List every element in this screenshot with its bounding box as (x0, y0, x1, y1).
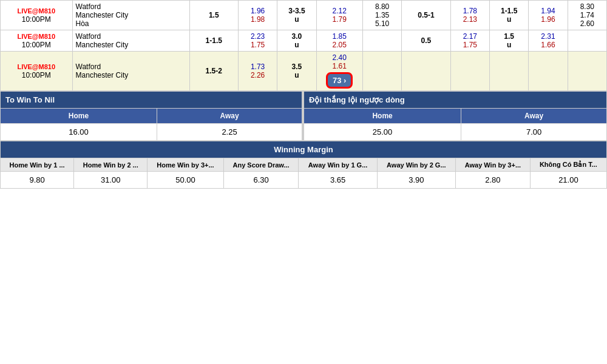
badge-73[interactable]: 73 › (326, 72, 353, 89)
odds1[interactable]: 1.961.98 (238, 1, 277, 30)
right-odds[interactable] (568, 52, 606, 91)
wm-col-header: Away Win by 2 G... (377, 158, 455, 172)
comeback-section: Đội thắng lội ngược dòng Home Away 25.00… (304, 91, 607, 141)
ou1[interactable]: 3-3.5u (277, 1, 316, 30)
live-tag: LIVE@M810 (17, 7, 55, 15)
hdp1[interactable]: 1.5-2 (189, 52, 238, 91)
time-tag: 10:00PM (22, 15, 51, 24)
hdp2[interactable]: 0.5-1 (402, 1, 450, 30)
hdp1[interactable]: 1-1.5 (189, 30, 238, 52)
team-names: WatfordManchester City (72, 52, 189, 91)
ou-odds2[interactable] (529, 52, 568, 91)
comeback-away-value[interactable]: 7.00 (461, 124, 607, 141)
odds-row: LIVE@M81010:00PMWatfordManchester City1.… (1, 52, 607, 91)
live-tag: LIVE@M810 (17, 33, 55, 40)
wm-value-cell[interactable]: 9.80 (1, 172, 74, 189)
wm-value-cell[interactable]: 31.00 (74, 172, 148, 189)
team-names: WatfordManchester City (72, 30, 189, 52)
winning-margin-table: Winning Margin Home Win by 1 ...Home Win… (0, 141, 607, 189)
odds2[interactable]: 1.782.13 (450, 1, 489, 30)
winning-margin-header: Winning Margin (1, 141, 607, 158)
odds-row: LIVE@M81010:00PMWatfordManchester CityHò… (1, 1, 607, 30)
wm-value-cell[interactable]: 21.00 (530, 172, 606, 189)
ou-odds1[interactable]: 2.401.6173 › (316, 52, 362, 91)
odds1[interactable]: 1.732.26 (238, 52, 277, 91)
odds-table: LIVE@M81010:00PMWatfordManchester CityHò… (0, 0, 607, 91)
right-odds[interactable]: 8.301.742.60 (568, 1, 606, 30)
to-win-nil-header: To Win To Nil (1, 92, 302, 109)
side-odds[interactable] (362, 52, 401, 91)
to-win-nil-away-value[interactable]: 2.25 (157, 124, 302, 141)
odds2[interactable] (450, 52, 489, 91)
right-odds[interactable] (568, 30, 606, 52)
hdp1[interactable]: 1.5 (189, 1, 238, 30)
wm-col-header: Không Có Bản T... (530, 158, 606, 172)
time-tag: 10:00PM (22, 41, 51, 49)
odds-row: LIVE@M81010:00PMWatfordManchester City1-… (1, 30, 607, 52)
hdp2[interactable] (402, 52, 450, 91)
team-names: WatfordManchester CityHòa (72, 1, 189, 30)
wm-col-header: Home Win by 2 ... (74, 158, 148, 172)
to-win-nil-home-value[interactable]: 16.00 (1, 124, 157, 141)
time-tag: 10:00PM (22, 71, 51, 79)
wm-col-header: Away Win by 1 G... (299, 158, 377, 172)
wm-value-cell[interactable]: 3.90 (377, 172, 455, 189)
odds1[interactable]: 2.231.75 (238, 30, 277, 52)
ou1[interactable]: 3.0u (277, 30, 316, 52)
comeback-home-col: Home (304, 109, 461, 124)
side-odds[interactable] (362, 30, 401, 52)
ou2[interactable] (489, 52, 528, 91)
ou-odds2[interactable]: 2.311.66 (529, 30, 568, 52)
comeback-away-col: Away (461, 109, 607, 124)
ou-odds2[interactable]: 1.941.96 (529, 1, 568, 30)
twin-sections: To Win To Nil Home Away 16.00 2.25 Đội t… (0, 91, 607, 141)
wm-value-cell[interactable]: 6.30 (223, 172, 299, 189)
wm-value-cell[interactable]: 2.80 (455, 172, 530, 189)
side-odds[interactable]: 8.801.355.10 (362, 1, 401, 30)
wm-col-header: Home Win by 3+... (148, 158, 223, 172)
wm-value-cell[interactable]: 3.65 (299, 172, 377, 189)
wm-col-header: Any Score Draw... (223, 158, 299, 172)
to-win-to-nil-section: To Win To Nil Home Away 16.00 2.25 (0, 91, 304, 141)
wm-col-header: Home Win by 1 ... (1, 158, 74, 172)
ou2[interactable]: 1.5u (489, 30, 528, 52)
odds2[interactable]: 2.171.75 (450, 30, 489, 52)
hdp2[interactable]: 0.5 (402, 30, 450, 52)
ou2[interactable]: 1-1.5u (489, 1, 528, 30)
wm-value-cell[interactable]: 50.00 (148, 172, 223, 189)
live-tag: LIVE@M810 (17, 63, 55, 70)
comeback-header: Đội thắng lội ngược dòng (304, 92, 607, 109)
ou-odds1[interactable]: 2.121.79 (316, 1, 362, 30)
ou-odds1[interactable]: 1.852.05 (316, 30, 362, 52)
to-win-nil-home-col: Home (1, 109, 157, 124)
wm-col-header: Away Win by 3+... (455, 158, 530, 172)
to-win-nil-away-col: Away (157, 109, 302, 124)
comeback-home-value[interactable]: 25.00 (304, 124, 461, 141)
ou1[interactable]: 3.5u (277, 52, 316, 91)
